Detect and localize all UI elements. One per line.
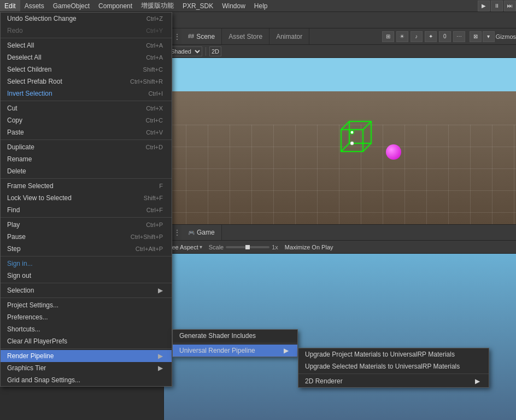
asset-store-tab-label: Asset Store [228,33,262,40]
pause-button[interactable]: ⏸ [491,1,503,11]
top-menubar: Edit Assets GameObject Component 增援版功能 P… [0,0,516,12]
game-options-icon[interactable]: ⋮ [173,225,181,240]
gizmos-arrow[interactable]: ▾ [483,31,495,42]
toolbar-sep-1 [206,47,206,56]
menu-select-all[interactable]: Select All Ctrl+A [1,39,172,51]
svg-point-7 [350,142,354,145]
scale-slider[interactable] [226,246,269,248]
menu-rename[interactable]: Rename [1,153,172,165]
scene-tab-icon: ## [188,33,194,39]
sep-5 [1,217,172,218]
menu-invert-selection[interactable]: Invert Selection Ctrl+I [1,88,172,100]
scene-tab-label: Scene [196,33,215,40]
urp-upgrade-project[interactable]: Upgrade Project Materials to UniversalRP… [298,348,489,360]
sign-in-label: Sign in... [7,260,33,267]
menu-extra[interactable]: 增援版功能 [137,0,178,11]
scene-hidden-btn[interactable]: 0 [439,31,451,42]
scene-fx-btn[interactable]: ✦ [425,31,437,42]
sep-3 [1,139,172,140]
play-button[interactable]: ▶ [478,1,490,11]
selection-arrow: ▶ [158,287,163,294]
cube-object[interactable] [333,116,382,161]
sphere-object[interactable] [386,144,401,160]
menu-pxr[interactable]: PXR_SDK [178,0,218,11]
maximize-label: Maximize On Play [285,244,333,250]
menu-sign-out[interactable]: Sign out [1,270,172,282]
menu-undo[interactable]: Undo Selection Change Ctrl+Z [1,13,172,25]
sep-7 [1,283,172,283]
urp-submenu: Upgrade Project Materials to UniversalRP… [298,348,489,388]
scene-audio-btn[interactable]: ♪ [411,31,423,42]
menu-cut[interactable]: Cut Ctrl+X [1,102,172,114]
menu-select-children[interactable]: Select Children Shift+C [1,63,172,75]
menu-selection[interactable]: Selection ▶ [1,284,172,296]
game-tab-label: Game [197,229,215,236]
rp-generate-shader[interactable]: Generate Shader Includes [173,330,297,342]
menu-lock-view[interactable]: Lock View to Selected Shift+F [1,192,172,204]
menu-pause[interactable]: Pause Ctrl+Shift+P [1,231,172,243]
tab-animator[interactable]: Animator [269,28,309,44]
menu-grid-snap[interactable]: Grid and Snap Settings... [1,374,172,386]
gizmos-group: ⊠ ▾ Gizmos [470,31,516,42]
svg-point-6 [350,131,354,134]
scene-2d-toggle[interactable]: 2D [209,46,221,56]
menu-component[interactable]: Component [94,0,137,11]
svg-line-5 [341,143,349,151]
cube-svg [333,116,382,160]
scale-label: Scale [209,244,224,250]
tab-asset-store[interactable]: Asset Store [222,28,269,44]
menu-frame-selected[interactable]: Frame Selected F [1,180,172,192]
urp-upgrade-selected[interactable]: Upgrade Selected Materials to UniversalR… [298,360,489,372]
game-toolbar: Free Aspect ▾ Scale 1x Maximize On Play [164,241,516,254]
menu-paste[interactable]: Paste Ctrl+V [1,126,172,138]
game-tab-icon: 🎮 [188,230,195,236]
menu-select-prefab-root[interactable]: Select Prefab Root Ctrl+Shift+R [1,75,172,88]
render-pipeline-submenu: Generate Shader Includes Universal Rende… [172,329,298,357]
menu-step[interactable]: Step Ctrl+Alt+P [1,243,172,255]
menu-duplicate[interactable]: Duplicate Ctrl+D [1,141,172,153]
svg-line-2 [341,121,349,130]
menu-deselect-all[interactable]: Deselect All Ctrl+A [1,51,172,63]
menu-sign-in[interactable]: Sign in... [1,258,172,270]
menu-preferences[interactable]: Preferences... [1,311,172,323]
tab-scene[interactable]: ## Scene [181,28,222,44]
scene-options-icon[interactable]: ⋮ [173,28,181,44]
menu-redo[interactable]: Redo Ctrl+Y [1,25,172,37]
sep-2 [1,101,172,101]
scene-view [164,58,516,224]
aspect-arrow[interactable]: ▾ [200,244,202,250]
menu-help[interactable]: Help [250,0,272,11]
scene-light-btn[interactable]: ☀ [396,31,408,42]
menu-render-pipeline[interactable]: Render Pipeline ▶ [1,350,172,362]
menu-clear-prefs[interactable]: Clear All PlayerPrefs [1,335,172,347]
sep-1 [1,38,172,38]
svg-line-4 [363,143,371,151]
rp-universal[interactable]: Universal Render Pipeline ▶ [173,345,297,357]
gizmos-toggle[interactable]: ⊠ [470,31,482,42]
menu-assets[interactable]: Assets [20,0,49,11]
menu-graphics-tier[interactable]: Graphics Tier ▶ [1,362,172,374]
menu-project-settings[interactable]: Project Settings... [1,299,172,311]
scene-wireframe-btn[interactable]: ⊞ [382,31,394,42]
svg-line-3 [363,121,371,130]
gizmos-area: ⊞ ☀ ♪ ✦ 0 ⋯ ⊠ ▾ Gizmos [382,31,516,42]
menu-shortcuts[interactable]: Shortcuts... [1,323,172,335]
tab-game[interactable]: 🎮 Game [181,225,222,240]
step-button[interactable]: ⏭ [504,1,516,11]
rp-universal-arrow: ▶ [284,347,289,354]
menu-delete[interactable]: Delete [1,165,172,177]
menu-copy[interactable]: Copy Ctrl+C [1,114,172,126]
menu-find[interactable]: Find Ctrl+F [1,204,172,216]
scale-value: 1x [272,244,278,250]
menu-gameobject[interactable]: GameObject [49,0,94,11]
scene-toolbar: Shaded 2D [164,45,516,58]
urp-2d-renderer[interactable]: 2D Renderer ▶ [298,375,489,387]
graphics-tier-arrow: ▶ [158,364,163,372]
menu-edit[interactable]: Edit [0,0,20,11]
scene-extra-btn[interactable]: ⋯ [453,31,465,42]
game-tabs: 🔒 ⋮ 🎮 Game [164,224,516,241]
menu-play[interactable]: Play Ctrl+P [1,219,172,231]
urp-2d-renderer-arrow: ▶ [475,377,480,385]
menu-window[interactable]: Window [218,0,250,11]
sep-9 [1,348,172,349]
